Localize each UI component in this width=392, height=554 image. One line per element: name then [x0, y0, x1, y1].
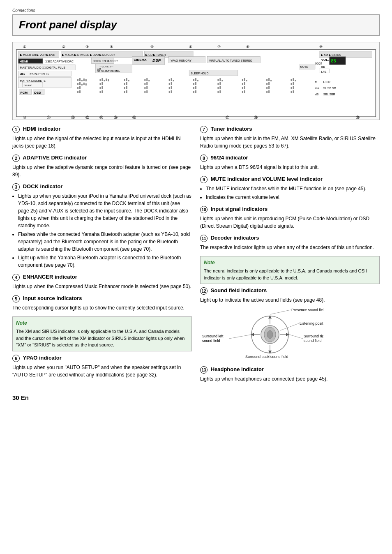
- svg-rect-78: [146, 78, 148, 81]
- page-title-box: Front panel display: [12, 14, 380, 36]
- svg-rect-153: [217, 91, 219, 93]
- sound-field-svg: Presence sound field Listening position …: [200, 308, 323, 359]
- svg-rect-144: [101, 90, 103, 93]
- svg-text:sound field: sound field: [202, 339, 220, 343]
- svg-text:⑪: ⑪: [47, 115, 51, 120]
- section-hdmi-body: Lights up when the signal of the selecte…: [12, 135, 192, 150]
- svg-text:①: ①: [23, 45, 26, 49]
- svg-text:⑭: ⑭: [99, 115, 103, 120]
- svg-rect-86: [217, 79, 219, 81]
- svg-rect-145: [124, 91, 125, 93]
- svg-text:Surround left: Surround left: [202, 334, 224, 338]
- svg-rect-116: [244, 82, 245, 85]
- svg-rect-155: [242, 91, 243, 93]
- svg-rect-134: [219, 86, 221, 89]
- svg-rect-103: [99, 83, 101, 85]
- section-dock-title: 3 DOCK indicator: [12, 183, 192, 191]
- svg-rect-140: [293, 86, 294, 89]
- svg-rect-73: [108, 79, 109, 81]
- svg-text:Presence sound field: Presence sound field: [291, 308, 323, 312]
- section-9624-body: Lights up when a DTS 96/24 signal is inp…: [200, 164, 380, 171]
- svg-rect-110: [171, 82, 172, 85]
- svg-rect-123: [99, 87, 101, 89]
- svg-rect-146: [126, 90, 127, 93]
- svg-text:VIRTUAL  AUTO TUNED STEREO: VIRTUAL AUTO TUNED STEREO: [209, 59, 253, 62]
- svg-rect-90: [244, 78, 245, 81]
- svg-text:ft: ft: [315, 81, 317, 83]
- note-xm-body: The XM and SIRIUS indicator is only appl…: [16, 328, 188, 349]
- svg-text:⑫: ⑫: [71, 115, 75, 120]
- svg-text:⑧: ⑧: [246, 45, 249, 49]
- svg-text:VOL.: VOL.: [321, 58, 329, 62]
- svg-text:dts: dts: [20, 72, 25, 76]
- svg-rect-149: [169, 91, 170, 93]
- section-number-5: 5: [12, 295, 20, 302]
- svg-text:□□EX  ADAPTIVE DRC: □□EX ADAPTIVE DRC: [45, 60, 74, 63]
- section-tuner-body: Lights up when this unit is in the FM, A…: [200, 135, 380, 150]
- section-mute-body: The MUTE indicator flashes while the MUT…: [200, 185, 380, 201]
- section-ypao-title: 6 YPAO indicator: [12, 355, 192, 362]
- svg-rect-77: [144, 79, 145, 81]
- section-decoder-title: 11 Decoder indicators: [200, 235, 380, 242]
- svg-text:▶ XM  ▶ SIRIUS: ▶ XM ▶ SIRIUS: [321, 53, 341, 56]
- svg-text:▶ V-AUX  ▶ DTV/CBL  ▶ DVD  ▶ M: ▶ V-AUX ▶ DTV/CBL ▶ DVD ▶ MD/CD-R: [62, 53, 115, 56]
- section-number-13: 13: [200, 366, 208, 374]
- svg-rect-94: [270, 80, 272, 81]
- section-headphone-title: 13 Headphone indicator: [200, 366, 380, 374]
- svg-text:YPAO MEMORY: YPAO MEMORY: [171, 59, 192, 62]
- section-9624-title: 8 96/24 indicator: [200, 155, 380, 162]
- svg-rect-133: [217, 87, 219, 89]
- svg-text:—ZONE 2—: —ZONE 2—: [99, 65, 113, 68]
- svg-rect-84: [195, 78, 196, 81]
- svg-text:⑩: ⑩: [23, 115, 26, 120]
- section-headphone-body: Lights up when headphones are connected …: [200, 375, 380, 383]
- svg-rect-114: [219, 82, 221, 85]
- section-tuner-title: 7 Tuner indicators: [200, 126, 380, 133]
- svg-rect-132: [195, 86, 196, 89]
- content-columns: 1 HDMI indicator Lights up when the sign…: [12, 126, 380, 388]
- section-decoder: 11 Decoder indicators The respective ind…: [200, 235, 380, 251]
- svg-rect-66: [81, 80, 83, 81]
- svg-rect-142: [79, 90, 81, 93]
- note-neural-title: Note: [204, 259, 376, 266]
- section-input-signal-title: 10 Input signal indicators: [200, 206, 380, 213]
- svg-rect-88: [221, 80, 223, 81]
- display-diagram: ① ② ③ ④ ⑤ ⑥ ⑦ ⑧ ⑨ ⑩ ⑪ ⑫ ⑬ ⑭ ⑮ ⑯ ⑰ ⑱ ⑲ ▶ …: [12, 42, 380, 120]
- svg-rect-106: [126, 82, 127, 85]
- section-headphone: 13 Headphone indicator Lights up when he…: [200, 366, 380, 383]
- note-neural-body: The neural indicator is only applicable …: [204, 268, 376, 281]
- section-enhancer-body: Lights up when the Compressed Music Enha…: [12, 283, 192, 290]
- section-hdmi: 1 HDMI indicator Lights up when the sign…: [12, 126, 192, 150]
- svg-text:dB: dB: [315, 93, 319, 96]
- svg-rect-138: [268, 86, 270, 89]
- svg-rect-95: [291, 79, 292, 81]
- svg-text:A  B: A B: [97, 68, 101, 70]
- section-sound-field-title: 12 Sound field indicators: [200, 287, 380, 295]
- svg-text:⑤: ⑤: [150, 45, 154, 49]
- svg-rect-91: [246, 80, 247, 81]
- svg-rect-148: [146, 90, 148, 93]
- svg-text:HDMI: HDMI: [20, 60, 28, 63]
- svg-rect-112: [195, 82, 196, 85]
- svg-rect-120: [293, 82, 294, 85]
- left-column: 1 HDMI indicator Lights up when the sign…: [12, 126, 192, 388]
- section-number-12: 12: [200, 287, 208, 295]
- svg-rect-135: [242, 87, 243, 89]
- section-number-2: 2: [12, 155, 20, 162]
- svg-rect-150: [171, 90, 172, 93]
- svg-marker-182: [268, 351, 272, 354]
- svg-rect-111: [193, 83, 194, 85]
- svg-text:sound field: sound field: [304, 339, 322, 343]
- svg-line-185: [280, 323, 299, 330]
- svg-rect-83: [193, 79, 194, 81]
- svg-rect-102: [85, 83, 87, 85]
- svg-text:⑯: ⑯: [132, 115, 136, 120]
- svg-rect-125: [124, 87, 125, 89]
- svg-rect-100: [81, 84, 83, 85]
- mute-bullet-2: Indicates the current volume level.: [206, 194, 380, 201]
- svg-rect-124: [101, 86, 103, 89]
- svg-text:⑱: ⑱: [254, 115, 258, 120]
- svg-rect-118: [268, 82, 270, 85]
- svg-rect-107: [144, 83, 145, 85]
- svg-text:DOCK   ENHANCER: DOCK ENHANCER: [93, 60, 118, 62]
